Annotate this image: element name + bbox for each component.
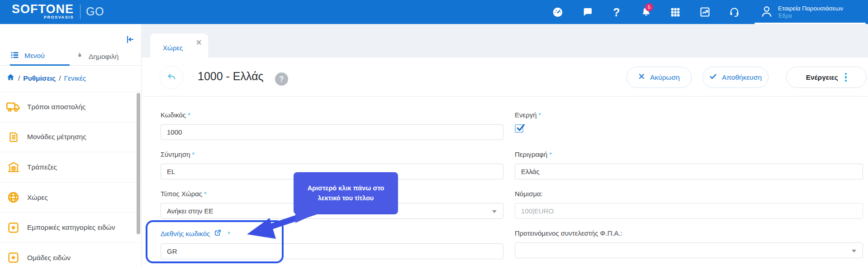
dashboard-icon[interactable]: [552, 6, 564, 18]
sidebar-tabs: Μενού Δημοφιλή: [0, 48, 141, 66]
chevron-down-icon: [492, 210, 497, 213]
country-type-value: Ανήκει στην ΕΕ: [167, 207, 213, 215]
tooltip-line2: λεκτικό του τίτλου: [318, 193, 374, 203]
active-label: Ενεργή*: [515, 111, 863, 119]
field-code: Κωδικός*: [161, 111, 503, 140]
back-button[interactable]: [160, 66, 183, 89]
list-icon: [10, 50, 19, 62]
back-arrow-icon: [166, 71, 177, 84]
tooltip-line1: Αριστερό κλικ πάνω στο: [308, 184, 384, 193]
international-code-label[interactable]: Διεθνής κωδικός *: [161, 229, 503, 238]
company-name: Εταιρεία Παρουσιάσεων: [778, 5, 843, 12]
vat-select[interactable]: [515, 242, 863, 258]
country-form: Κωδικός* Ενεργή* Σύντμηση* Περιγραφή*: [161, 111, 863, 259]
title-divider: [142, 96, 868, 97]
sidebar-item-label: Τρόποι αποστολής: [27, 103, 85, 111]
sidebar-collapse-icon[interactable]: [124, 34, 135, 45]
vat-label: Προτεινόμενος συντελεστής Φ.Π.Α.:: [515, 229, 863, 237]
field-currency: Νόμισμα:: [515, 189, 863, 219]
question-mark-glyph: ?: [613, 6, 620, 18]
globe-icon: [6, 190, 21, 205]
active-checkbox-checked[interactable]: [515, 124, 523, 133]
breadcrumb-separator: /: [59, 74, 61, 82]
cancel-x-icon: [638, 73, 645, 82]
tab-menu[interactable]: Μενού: [10, 48, 70, 66]
help-icon[interactable]: ?: [611, 6, 622, 18]
flame-icon: [75, 51, 84, 62]
sidebar-scrollbar[interactable]: [137, 93, 140, 234]
logo-divider: [80, 5, 81, 19]
save-check-icon: [709, 73, 717, 82]
international-code-input[interactable]: [161, 243, 503, 259]
sidebar: Μενού Δημοφιλή / Ρυθμίσεις / Γενικές Τρό…: [0, 24, 142, 266]
tab-popular[interactable]: Δημοφιλή: [75, 48, 119, 66]
apps-grid-icon[interactable]: [669, 6, 681, 18]
actions-button[interactable]: Ενέργειες: [786, 67, 867, 88]
tab-countries[interactable]: Χώρες: [150, 34, 208, 58]
home-icon[interactable]: [6, 73, 15, 83]
top-bar: SOFTONE PROSVASIS GO ? 5: [0, 0, 868, 24]
sidebar-menu-list: Τρόποι αποστολής Μονάδες μέτρησης Τράπεζ…: [0, 92, 141, 266]
breadcrumb-section[interactable]: Ρυθμίσεις: [23, 74, 56, 82]
breadcrumb-subsection[interactable]: Γενικές: [64, 74, 86, 82]
tab-menu-label: Μενού: [24, 52, 45, 60]
tab-countries-label: Χώρες: [163, 44, 183, 52]
sidebar-item-banks[interactable]: Τράπεζες: [0, 152, 141, 182]
measuring-cup-icon: [6, 130, 21, 145]
code-input[interactable]: [161, 124, 503, 140]
tab-close-icon[interactable]: [196, 39, 202, 45]
cancel-button-label: Ακύρωση: [650, 73, 680, 82]
field-international-code: Διεθνής κωδικός *: [161, 229, 503, 259]
required-asterisk: *: [192, 150, 195, 158]
breadcrumb: / Ρυθμίσεις / Γενικές: [6, 73, 86, 83]
save-button[interactable]: Αποθήκευση: [702, 67, 768, 88]
sidebar-item-label: Χώρες: [27, 193, 48, 202]
sidebar-item-label: Τράπεζες: [27, 163, 57, 171]
main-area: Χώρες 1000 - Ελλάς ? Ακύρωση Αποθήκευση …: [142, 24, 868, 266]
title-help-icon[interactable]: ?: [275, 73, 288, 86]
sidebar-item-measurement-units[interactable]: Μονάδες μέτρησης: [0, 122, 141, 152]
brand-name: SOFTONE: [12, 3, 74, 15]
page-title[interactable]: 1000 - Ελλάς: [198, 70, 264, 83]
kebab-menu-icon: [845, 73, 847, 82]
currency-label: Νόμισμα:: [515, 189, 863, 198]
question-mark-glyph: ?: [280, 75, 284, 83]
code-label: Κωδικός*: [161, 111, 503, 119]
product-name: GO: [86, 5, 104, 18]
user-menu-active-underline: [754, 23, 866, 24]
chevron-down-icon: [852, 250, 856, 252]
sidebar-item-countries[interactable]: Χώρες: [0, 182, 141, 213]
app-logo: SOFTONE PROSVASIS GO: [12, 3, 104, 20]
external-link-icon[interactable]: [214, 229, 222, 238]
header-icons: ? 5: [552, 0, 740, 24]
abbreviation-label: Σύντμηση*: [161, 150, 503, 159]
sidebar-item-shipping-methods[interactable]: Τρόποι αποστολής: [0, 92, 141, 122]
actions-button-label: Ενέργειες: [806, 73, 838, 82]
bank-icon: [6, 160, 21, 174]
required-asterisk: *: [539, 111, 541, 119]
sidebar-item-item-groups[interactable]: Ομάδες ειδών: [0, 242, 141, 266]
notification-badge: 5: [645, 3, 653, 11]
breadcrumb-separator: /: [18, 74, 20, 82]
sidebar-item-label: Μονάδες μέτρησης: [27, 133, 86, 141]
required-asterisk: *: [204, 190, 207, 198]
field-description: Περιγραφή*: [515, 150, 863, 179]
required-asterisk: *: [228, 229, 230, 238]
notifications-bell-icon[interactable]: 5: [640, 6, 652, 18]
field-vat: Προτεινόμενος συντελεστής Φ.Π.Α.:: [515, 229, 863, 259]
save-button-label: Αποθήκευση: [722, 73, 762, 82]
sidebar-item-label: Ομάδες ειδών: [27, 254, 71, 262]
cancel-button[interactable]: Ακύρωση: [626, 67, 692, 88]
truck-icon: [6, 99, 21, 114]
analytics-chart-icon[interactable]: [699, 6, 711, 18]
group-star-icon: [6, 250, 21, 265]
sidebar-item-commercial-categories[interactable]: Εμπορικές κατηγορίες ειδών: [0, 212, 141, 242]
tab-popular-label: Δημοφιλή: [89, 53, 119, 61]
support-headset-icon[interactable]: [728, 6, 740, 18]
required-asterisk: *: [549, 150, 552, 158]
category-star-icon: [6, 220, 21, 235]
user-menu[interactable]: Εταιρεία Παρουσιάσεων Έδρα: [760, 0, 843, 24]
description-label: Περιγραφή*: [515, 150, 863, 159]
chat-icon[interactable]: [581, 6, 593, 18]
description-input[interactable]: [515, 164, 863, 179]
